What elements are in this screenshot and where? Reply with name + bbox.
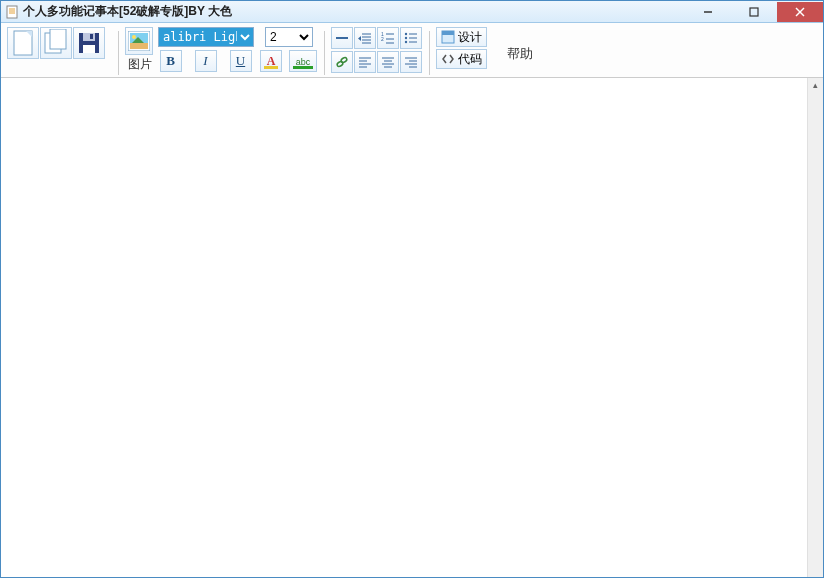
svg-point-34	[405, 41, 407, 43]
align-center-icon	[381, 55, 395, 69]
svg-rect-8	[14, 31, 32, 55]
svg-point-39	[340, 57, 347, 63]
horizontal-rule-button[interactable]	[331, 27, 353, 49]
new-document-icon	[11, 29, 35, 57]
app-window: 个人多功能记事本[52破解专版]BY 大色 图片	[0, 0, 824, 578]
outdent-icon	[358, 31, 372, 45]
image-label: 图片	[128, 56, 152, 73]
paragraph-group: 12	[331, 27, 423, 73]
image-group: 图片	[125, 27, 154, 73]
svg-point-33	[405, 37, 407, 39]
italic-button[interactable]: I	[195, 50, 217, 72]
align-right-button[interactable]	[400, 51, 422, 73]
underline-button[interactable]: U	[230, 50, 252, 72]
outdent-button[interactable]	[354, 27, 376, 49]
align-center-button[interactable]	[377, 51, 399, 73]
divider	[429, 31, 430, 75]
open-document-button[interactable]	[40, 27, 72, 59]
font-color-button[interactable]: A	[260, 50, 282, 72]
svg-text:2: 2	[381, 36, 384, 42]
view-group: 设计 代码	[436, 27, 487, 71]
window-controls	[685, 2, 823, 22]
svg-rect-13	[83, 33, 95, 41]
design-icon	[441, 30, 455, 44]
svg-point-18	[132, 35, 136, 39]
align-right-icon	[404, 55, 418, 69]
vertical-scrollbar[interactable]: ▴	[807, 78, 823, 577]
editor-area: ▴	[1, 78, 823, 577]
help-menu[interactable]: 帮助	[507, 45, 533, 63]
app-icon	[5, 5, 19, 19]
ordered-list-button[interactable]: 12	[377, 27, 399, 49]
save-icon	[77, 31, 101, 55]
font-size-color-group: 2 A abc	[260, 27, 318, 72]
highlight-button[interactable]: abc	[289, 50, 317, 72]
svg-rect-20	[130, 43, 148, 49]
svg-marker-26	[358, 36, 361, 41]
svg-point-32	[405, 33, 407, 35]
svg-rect-53	[442, 31, 454, 35]
svg-rect-14	[83, 45, 95, 53]
divider	[118, 31, 119, 75]
design-label: 设计	[458, 29, 482, 46]
title-bar[interactable]: 个人多功能记事本[52破解专版]BY 大色	[1, 1, 823, 23]
svg-rect-0	[7, 6, 17, 18]
svg-rect-5	[750, 8, 758, 16]
bold-button[interactable]: B	[160, 50, 182, 72]
code-view-button[interactable]: 代码	[436, 49, 487, 69]
font-size-select[interactable]: 2	[265, 27, 313, 47]
insert-image-button[interactable]	[125, 27, 153, 55]
divider	[324, 31, 325, 75]
minimize-button[interactable]	[685, 2, 731, 22]
save-button[interactable]	[73, 27, 105, 59]
open-document-icon	[44, 29, 68, 57]
toolbar: 图片 alibri Light B I U 2 A	[1, 23, 823, 78]
unordered-list-icon	[404, 31, 418, 45]
align-left-icon	[358, 55, 372, 69]
align-left-button[interactable]	[354, 51, 376, 73]
file-group	[7, 27, 106, 59]
hr-icon	[335, 31, 349, 45]
svg-rect-15	[90, 34, 93, 39]
text-editor[interactable]	[1, 78, 807, 577]
maximize-button[interactable]	[731, 2, 777, 22]
scroll-up-icon: ▴	[808, 80, 823, 90]
new-document-button[interactable]	[7, 27, 39, 59]
link-icon	[335, 55, 349, 69]
link-button[interactable]	[331, 51, 353, 73]
unordered-list-button[interactable]	[400, 27, 422, 49]
window-title: 个人多功能记事本[52破解专版]BY 大色	[23, 3, 685, 20]
font-family-select[interactable]: alibri Light	[158, 27, 254, 47]
code-icon	[441, 52, 455, 66]
close-button[interactable]	[777, 2, 823, 22]
ordered-list-icon: 12	[381, 31, 395, 45]
svg-rect-11	[50, 29, 66, 49]
code-label: 代码	[458, 51, 482, 68]
image-icon	[128, 31, 150, 51]
design-view-button[interactable]: 设计	[436, 27, 487, 47]
font-format-group: alibri Light B I U	[158, 27, 254, 72]
